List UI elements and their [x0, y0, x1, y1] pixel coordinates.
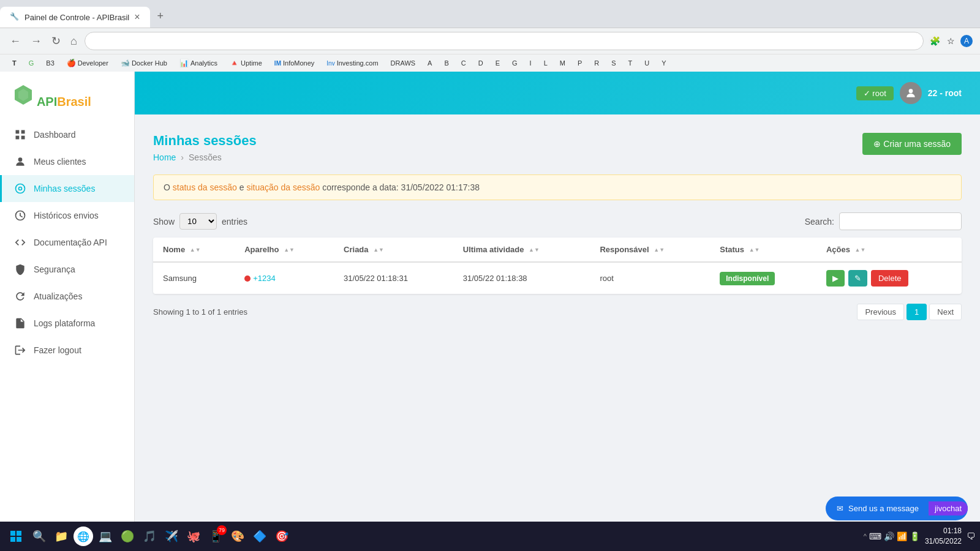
taskbar-app5[interactable]: 📱 79 [206, 527, 225, 546]
back-button[interactable]: ← [7, 32, 23, 50]
sidebar-item-updates[interactable]: Atualizações [0, 283, 134, 310]
taskbar-app2[interactable]: 🎵 [140, 527, 159, 546]
bookmark-docker[interactable]: 🐋Docker Hub [116, 57, 172, 69]
previous-button[interactable]: Previous [857, 304, 904, 320]
bookmark-t2[interactable]: T [624, 58, 638, 69]
active-tab[interactable]: 🔧 Painel de Controle - APIBrasil × [0, 7, 150, 28]
page-1-button[interactable]: 1 [907, 304, 927, 320]
bookmark-p[interactable]: P [573, 58, 587, 69]
col-status[interactable]: Status ▲▼ [710, 238, 816, 262]
bookmark-g[interactable]: G [24, 58, 39, 69]
bookmark-l[interactable]: L [539, 58, 552, 69]
bookmark-a[interactable]: A [423, 58, 437, 69]
search-label: Search: [805, 217, 834, 227]
taskbar-search[interactable]: 🔍 [29, 527, 49, 546]
history-icon [14, 209, 26, 222]
svg-rect-13 [17, 537, 21, 542]
sidebar-item-logs[interactable]: Logs plataforma [0, 310, 134, 337]
bookmark-draws[interactable]: DRAWS [386, 58, 421, 69]
tab-close-button[interactable]: × [134, 12, 140, 23]
sidebar-item-security[interactable]: Segurança [0, 256, 134, 283]
bookmark-b[interactable]: B [439, 58, 453, 69]
chat-widget[interactable]: ✉ Send us a message jivochat [826, 497, 968, 520]
taskbar-app3[interactable]: ✈️ [162, 527, 181, 546]
next-button[interactable]: Next [929, 304, 962, 320]
bookmark-s[interactable]: S [606, 58, 620, 69]
forward-button[interactable]: → [28, 32, 44, 50]
verified-badge: ✓ root [856, 86, 894, 100]
taskbar-chrome[interactable]: 🌐 [74, 527, 93, 546]
bookmark-t[interactable]: T [7, 58, 21, 69]
bookmarks-bar: T G B3 🍎Developer 🐋Docker Hub 📊Analytics… [0, 54, 980, 72]
reload-button[interactable]: ↻ [49, 32, 63, 50]
bookmark-d[interactable]: D [473, 58, 488, 69]
svg-point-6 [18, 157, 23, 162]
alert-text-after: corresponde a data: 31/05/2022 01:17:38 [320, 182, 480, 192]
entries-select[interactable]: 10 25 50 100 [179, 213, 217, 230]
table-header: Nome ▲▼ Aparelho ▲▼ Criada ▲▼ Ultima a [153, 238, 962, 262]
bookmark-u[interactable]: U [639, 58, 654, 69]
sidebar-item-logout[interactable]: Fazer logout [0, 337, 134, 364]
col-responsavel[interactable]: Responsável ▲▼ [590, 238, 710, 262]
bookmark-investing[interactable]: InvInvesting.com [322, 58, 383, 69]
play-button[interactable]: ▶ [826, 270, 845, 287]
notifications-icon[interactable]: 🗨 [967, 531, 975, 541]
col-criada[interactable]: Criada ▲▼ [334, 238, 453, 262]
taskbar-app4[interactable]: 🐙 [184, 527, 203, 546]
search-input[interactable] [839, 212, 962, 230]
sidebar-item-docs[interactable]: Documentação API [0, 229, 134, 256]
sidebar-item-clients-label: Meus clientes [34, 157, 86, 167]
taskbar-app6[interactable]: 🎨 [228, 527, 247, 546]
star-icon[interactable]: ☆ [944, 35, 957, 47]
bookmark-b3[interactable]: B3 [41, 58, 59, 69]
bookmark-e[interactable]: E [491, 58, 505, 69]
pagination-area: Showing 1 to 1 of 1 entries Previous 1 N… [153, 304, 962, 320]
refresh-icon [14, 290, 26, 302]
table-row: Samsung +1234 31/05/22 01:18:31 31/05/22… [153, 262, 962, 294]
col-aparelho[interactable]: Aparelho ▲▼ [235, 238, 334, 262]
taskbar-app1[interactable]: 🟢 [118, 527, 137, 546]
extensions-icon[interactable]: 🧩 [929, 35, 941, 47]
taskbar-terminal[interactable]: 💻 [96, 527, 115, 546]
cell-responsavel: root [590, 262, 710, 294]
sidebar: APIBrasil Dashboard Meus clientes Minhas… [0, 72, 135, 522]
bookmark-uptime[interactable]: 🔺Uptime [225, 57, 267, 69]
profile-icon[interactable]: A [960, 35, 973, 47]
create-session-button[interactable]: ⊕ Criar uma sessão [862, 133, 962, 155]
cell-criada: 31/05/22 01:18:31 [334, 262, 453, 294]
sidebar-item-dashboard[interactable]: Dashboard [0, 121, 134, 148]
edit-button[interactable]: ✎ [848, 270, 867, 287]
taskbar-files[interactable]: 📁 [51, 527, 71, 546]
col-acoes[interactable]: Ações ▲▼ [816, 238, 962, 262]
taskbar-app8[interactable]: 🎯 [272, 527, 292, 546]
home-button[interactable]: ⌂ [68, 32, 80, 50]
address-bar[interactable]: 127.0.0.1:9002/painel/sessions [85, 32, 924, 50]
sidebar-item-history-label: Históricos envios [34, 211, 99, 220]
bookmark-m[interactable]: M [555, 58, 570, 69]
taskbar-app7[interactable]: 🔷 [250, 527, 270, 546]
start-button[interactable] [5, 525, 27, 547]
sidebar-item-logout-label: Fazer logout [34, 345, 81, 355]
svg-rect-12 [10, 537, 15, 542]
bookmark-r[interactable]: R [589, 58, 604, 69]
delete-button[interactable]: Delete [871, 270, 909, 287]
tab-title: Painel de Controle - APIBrasil [24, 13, 129, 22]
bookmark-developer[interactable]: 🍎Developer [62, 57, 113, 69]
new-tab-button[interactable]: + [150, 5, 172, 28]
bookmark-infomoney[interactable]: IMInfoMoney [270, 58, 319, 69]
sort-icon-criada: ▲▼ [373, 247, 384, 253]
breadcrumb-home[interactable]: Home [153, 152, 176, 162]
bookmark-y[interactable]: Y [657, 58, 671, 69]
alert-text-before: O [164, 182, 173, 192]
logout-icon [14, 344, 26, 356]
bookmark-c[interactable]: C [456, 58, 471, 69]
bookmark-gg[interactable]: G [507, 58, 522, 69]
col-ultima-atividade[interactable]: Ultima atividade ▲▼ [453, 238, 590, 262]
bookmark-i[interactable]: I [525, 58, 537, 69]
sidebar-item-history[interactable]: Históricos envios [0, 202, 134, 229]
bookmark-analytics[interactable]: 📊Analytics [175, 57, 222, 69]
sidebar-item-sessions[interactable]: Minhas sessões [0, 175, 134, 202]
svg-rect-4 [16, 136, 20, 140]
sidebar-item-clients[interactable]: Meus clientes [0, 148, 134, 175]
col-nome[interactable]: Nome ▲▼ [153, 238, 235, 262]
